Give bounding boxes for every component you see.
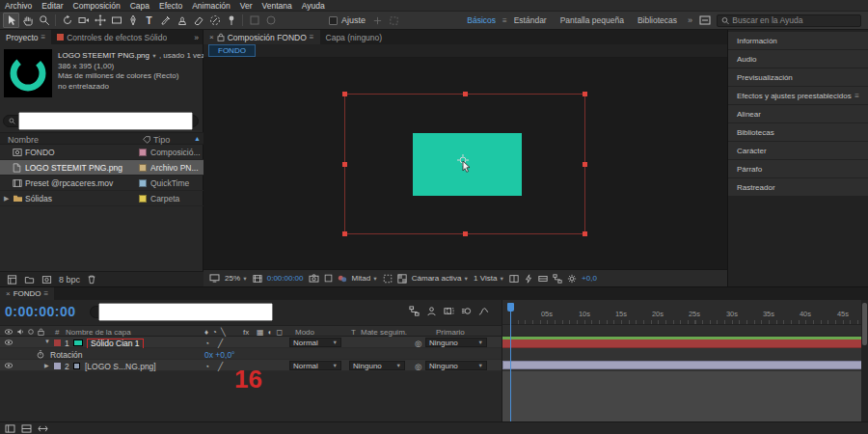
label-color-swatch[interactable] <box>139 164 147 172</box>
project-row-fondo[interactable]: FONDO Composició... <box>0 145 203 160</box>
close-icon[interactable]: × <box>209 33 214 41</box>
eye-icon[interactable] <box>4 363 14 368</box>
parent-dropdown[interactable]: Ninguno▼ <box>425 338 487 347</box>
collapse-switch-icon[interactable]: ◔ <box>204 362 209 371</box>
roto-brush-tool-icon[interactable] <box>206 13 223 28</box>
channels-icon[interactable] <box>338 274 347 284</box>
expand-inout-icon[interactable] <box>38 424 48 433</box>
region-of-interest-icon[interactable] <box>383 274 393 284</box>
blend-mode-dropdown[interactable]: Normal▼ <box>289 338 341 347</box>
timeline-search-input[interactable] <box>98 303 273 321</box>
transparency-grid-icon[interactable] <box>397 274 407 284</box>
expander-icon[interactable]: ▶ <box>44 362 49 368</box>
fast-previews-icon[interactable] <box>524 274 533 284</box>
shape-tool-icon[interactable] <box>108 13 124 28</box>
panel-rastreador[interactable]: Rastreador <box>728 178 868 196</box>
camera-tool-icon[interactable] <box>75 13 92 28</box>
safe-areas-icon[interactable] <box>253 274 262 284</box>
column-mode[interactable]: Modo <box>295 328 314 337</box>
pixel-aspect-icon[interactable] <box>509 274 519 284</box>
sort-ascending-icon[interactable]: ▲ <box>194 135 201 142</box>
expand-switches-icon[interactable] <box>5 424 15 433</box>
workspace-tab-bibliotecas[interactable]: Bibliotecas <box>631 15 684 25</box>
parent-pickwhip-icon[interactable]: ◎ <box>415 339 421 348</box>
menu-item-ayuda[interactable]: Ayuda <box>297 0 330 12</box>
graph-editor-icon[interactable] <box>478 306 489 316</box>
label-color-swatch[interactable] <box>139 149 147 156</box>
shy-icon[interactable] <box>426 306 437 316</box>
panel-menu-icon[interactable]: ≡ <box>854 92 859 100</box>
comp-timecode[interactable]: 0:00:00:00 <box>267 274 304 283</box>
label-color-swatch[interactable] <box>54 363 61 369</box>
menu-item-composicion[interactable]: Composición <box>68 0 125 12</box>
view-layout-dropdown[interactable]: 1 Vista ▼ <box>474 274 504 283</box>
collapse-switch-icon[interactable]: ◔ <box>204 339 209 348</box>
comp-viewer-chip-fondo[interactable]: FONDO <box>208 44 256 57</box>
project-search-input[interactable] <box>18 112 193 130</box>
panel-alinear[interactable]: Alinear <box>728 105 868 122</box>
interpret-footage-icon[interactable] <box>7 275 17 285</box>
quality-switch-icon[interactable]: ╱ <box>218 339 223 348</box>
workspace-tab-basicos[interactable]: Básicos <box>460 15 502 25</box>
tab-composicion-fondo[interactable]: × Composición FONDO ≡ <box>203 30 320 44</box>
expander-icon[interactable]: ▼ <box>44 339 50 344</box>
composition-viewer[interactable] <box>203 58 727 269</box>
new-folder-icon[interactable] <box>24 275 35 285</box>
blend-mode-dropdown[interactable]: Normal▼ <box>289 361 341 370</box>
selection-handle[interactable] <box>342 92 347 96</box>
menu-item-efecto[interactable]: Efecto <box>154 0 187 12</box>
timeline-nav-icon[interactable] <box>538 274 548 284</box>
new-composition-icon[interactable] <box>41 275 52 285</box>
selection-handle[interactable] <box>463 92 468 96</box>
label-color-swatch[interactable] <box>54 339 61 346</box>
column-parent[interactable]: Primario <box>436 328 465 337</box>
rotate-tool-icon[interactable] <box>59 13 75 28</box>
bit-depth-label[interactable]: 8 bpc <box>59 275 80 285</box>
frame-blend-icon[interactable] <box>444 306 454 316</box>
tab-timeline-fondo[interactable]: × FONDO ≡ <box>0 287 54 300</box>
project-row-solidas[interactable]: ▶ Sólidas Carpeta <box>0 191 203 206</box>
selection-handle[interactable] <box>463 231 468 236</box>
selection-handle[interactable] <box>583 92 587 96</box>
label-color-swatch[interactable] <box>139 195 147 203</box>
menu-item-editar[interactable]: Editar <box>37 0 68 12</box>
text-tool-icon[interactable]: T <box>141 13 157 28</box>
zoom-level-dropdown[interactable]: 25% ▼ <box>225 274 248 283</box>
panel-bibliotecas[interactable]: Bibliotecas <box>728 123 868 141</box>
scrollbar-thumb[interactable] <box>862 303 867 345</box>
property-name[interactable]: Rotación <box>50 350 83 360</box>
eraser-tool-icon[interactable] <box>190 13 206 28</box>
column-nombre[interactable]: Nombre <box>8 135 39 145</box>
panel-informacion[interactable]: Información <box>728 32 868 49</box>
menu-item-capa[interactable]: Capa <box>125 0 154 12</box>
help-search-input[interactable] <box>732 15 856 25</box>
panel-parrafo[interactable]: Párrafo <box>728 160 868 177</box>
column-tipo[interactable]: Tipo <box>143 135 170 145</box>
expander-icon[interactable]: ▶ <box>4 195 13 203</box>
time-ruler[interactable]: 05s 10s 15s 20s 25s 30s 35s 40s 45s <box>502 300 861 325</box>
flowchart-icon[interactable] <box>553 274 562 284</box>
trash-icon[interactable] <box>87 274 96 285</box>
panel-audio[interactable]: Audio <box>728 50 868 68</box>
menu-item-ventana[interactable]: Ventana <box>258 0 297 12</box>
property-row-rotacion[interactable]: Rotación 0x +0,0° <box>0 348 502 360</box>
hand-tool-icon[interactable] <box>19 13 36 28</box>
selection-handle[interactable] <box>342 231 347 236</box>
tab-proyecto[interactable]: Proyecto ≡ <box>0 30 51 44</box>
clone-stamp-tool-icon[interactable] <box>174 13 190 28</box>
project-row-preset-mov[interactable]: Preset @rpcaceres.mov QuickTime <box>0 176 203 191</box>
layer-name[interactable]: [LOGO S...NG.png] <box>85 362 156 371</box>
layer-name-annotated[interactable]: Sólido Cian 1 <box>87 339 144 349</box>
chevron-down-icon[interactable]: ▼ <box>151 53 156 59</box>
tab-capa-ninguno[interactable]: Capa (ninguno) <box>320 30 389 44</box>
panel-menu-icon[interactable]: ≡ <box>44 289 49 298</box>
composition-mini-flowchart-icon[interactable] <box>409 306 420 316</box>
panel-efectos-y-ajustes[interactable]: Efectos y ajustes preestablecidos≡ <box>728 87 868 104</box>
property-value[interactable]: 0x +0,0° <box>204 350 235 360</box>
shared-view-icon[interactable] <box>696 13 713 28</box>
track-matte-dropdown[interactable]: Ninguno▼ <box>349 361 405 370</box>
snapshot-camera-icon[interactable] <box>309 274 319 283</box>
menu-item-ver[interactable]: Ver <box>235 0 258 12</box>
selection-handle[interactable] <box>583 231 587 236</box>
zoom-tool-icon[interactable] <box>36 13 52 28</box>
